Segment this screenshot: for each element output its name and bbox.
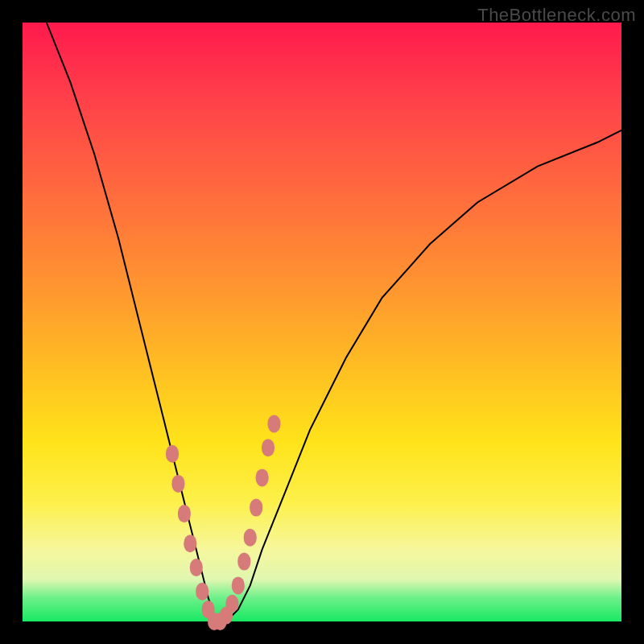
marker-point	[237, 553, 250, 571]
marker-point	[196, 583, 208, 601]
outer-frame: TheBottleneck.com	[0, 0, 644, 644]
plot-area	[23, 23, 621, 621]
marker-point	[166, 445, 179, 463]
marker-point	[244, 529, 257, 547]
marker-point	[232, 576, 245, 594]
marker-point	[268, 415, 281, 433]
marker-point	[184, 535, 196, 552]
marker-point	[262, 439, 275, 456]
highlight-markers	[166, 415, 281, 631]
marker-point	[171, 475, 184, 493]
chart-svg	[23, 23, 621, 621]
marker-point	[250, 499, 262, 517]
marker-point	[225, 595, 238, 613]
marker-point	[190, 559, 203, 576]
marker-point	[178, 505, 191, 522]
marker-point	[256, 469, 269, 486]
bottleneck-curve	[47, 23, 621, 621]
